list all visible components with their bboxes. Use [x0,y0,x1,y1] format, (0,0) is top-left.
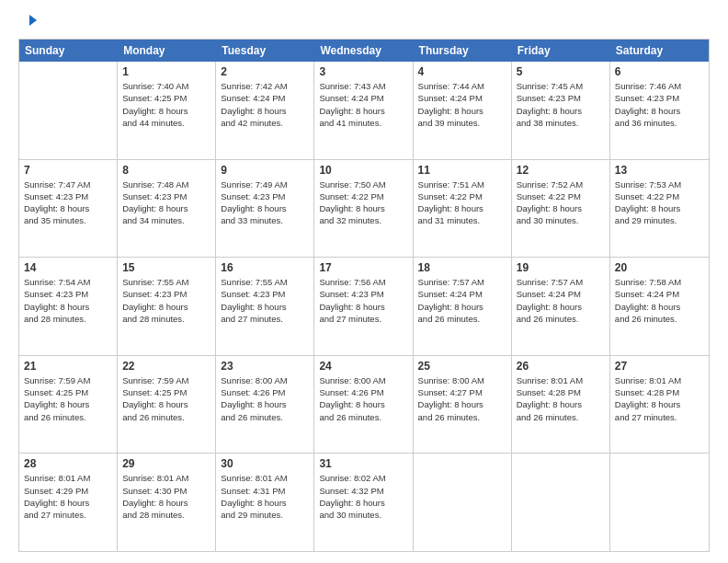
cell-sun-info: Sunrise: 8:01 AMSunset: 4:29 PMDaylight:… [24,472,112,521]
cell-day-number: 1 [122,65,210,78]
header-day-monday: Monday [118,40,216,62]
page-header [18,15,710,29]
calendar-cell: 1Sunrise: 7:40 AMSunset: 4:25 PMDaylight… [118,62,216,159]
calendar-cell: 18Sunrise: 7:57 AMSunset: 4:24 PMDayligh… [414,258,512,355]
calendar-cell: 22Sunrise: 7:59 AMSunset: 4:25 PMDayligh… [118,356,216,454]
calendar-cell: 16Sunrise: 7:55 AMSunset: 4:23 PMDayligh… [216,258,314,355]
cell-day-number: 4 [418,65,506,78]
header-day-wednesday: Wednesday [314,40,413,62]
cell-sun-info: Sunrise: 8:01 AMSunset: 4:30 PMDaylight:… [122,472,210,521]
calendar-cell [512,454,610,551]
calendar-cell [414,454,512,551]
cell-day-number: 8 [122,164,210,177]
cell-day-number: 28 [24,457,112,470]
calendar: SundayMondayTuesdayWednesdayThursdayFrid… [18,39,710,552]
calendar-cell: 10Sunrise: 7:50 AMSunset: 4:22 PMDayligh… [314,160,413,258]
cell-day-number: 3 [319,65,407,78]
calendar-week-4: 21Sunrise: 7:59 AMSunset: 4:25 PMDayligh… [19,356,709,454]
cell-day-number: 19 [517,261,605,274]
cell-day-number: 24 [319,360,407,373]
cell-day-number: 2 [221,65,309,78]
cell-sun-info: Sunrise: 7:45 AMSunset: 4:23 PMDaylight:… [517,80,605,129]
cell-day-number: 20 [615,261,704,274]
cell-sun-info: Sunrise: 7:53 AMSunset: 4:22 PMDaylight:… [615,178,704,227]
calendar-cell: 19Sunrise: 7:57 AMSunset: 4:24 PMDayligh… [512,258,610,355]
calendar-cell: 21Sunrise: 7:59 AMSunset: 4:25 PMDayligh… [19,356,118,454]
cell-sun-info: Sunrise: 7:56 AMSunset: 4:23 PMDaylight:… [319,276,407,325]
calendar-cell [19,62,118,159]
cell-sun-info: Sunrise: 7:54 AMSunset: 4:23 PMDaylight:… [24,276,112,325]
calendar-cell: 7Sunrise: 7:47 AMSunset: 4:23 PMDaylight… [19,160,118,258]
cell-day-number: 16 [221,261,309,274]
cell-day-number: 26 [517,360,605,373]
calendar-week-2: 7Sunrise: 7:47 AMSunset: 4:23 PMDaylight… [19,160,709,259]
calendar-cell: 14Sunrise: 7:54 AMSunset: 4:23 PMDayligh… [19,258,118,355]
cell-sun-info: Sunrise: 7:57 AMSunset: 4:24 PMDaylight:… [517,276,605,325]
cell-day-number: 12 [517,164,605,177]
cell-day-number: 25 [418,360,506,373]
calendar-page: SundayMondayTuesdayWednesdayThursdayFrid… [0,0,728,563]
cell-sun-info: Sunrise: 7:44 AMSunset: 4:24 PMDaylight:… [418,80,506,129]
cell-sun-info: Sunrise: 8:01 AMSunset: 4:28 PMDaylight:… [517,374,605,423]
cell-sun-info: Sunrise: 7:42 AMSunset: 4:24 PMDaylight:… [221,80,309,129]
calendar-cell: 2Sunrise: 7:42 AMSunset: 4:24 PMDaylight… [216,62,314,159]
calendar-cell: 12Sunrise: 7:52 AMSunset: 4:22 PMDayligh… [512,160,610,258]
calendar-cell: 23Sunrise: 8:00 AMSunset: 4:26 PMDayligh… [216,356,314,454]
cell-sun-info: Sunrise: 7:50 AMSunset: 4:22 PMDaylight:… [319,178,407,227]
calendar-cell: 17Sunrise: 7:56 AMSunset: 4:23 PMDayligh… [314,258,413,355]
cell-sun-info: Sunrise: 7:55 AMSunset: 4:23 PMDaylight:… [122,276,210,325]
cell-day-number: 23 [221,360,309,373]
cell-sun-info: Sunrise: 8:00 AMSunset: 4:27 PMDaylight:… [418,374,506,423]
cell-day-number: 31 [319,457,407,470]
cell-day-number: 5 [517,65,605,78]
cell-sun-info: Sunrise: 7:55 AMSunset: 4:23 PMDaylight:… [221,276,309,325]
cell-sun-info: Sunrise: 7:40 AMSunset: 4:25 PMDaylight:… [122,80,210,129]
cell-sun-info: Sunrise: 8:01 AMSunset: 4:31 PMDaylight:… [221,472,309,521]
cell-sun-info: Sunrise: 8:01 AMSunset: 4:28 PMDaylight:… [615,374,704,423]
cell-day-number: 29 [122,457,210,470]
calendar-header: SundayMondayTuesdayWednesdayThursdayFrid… [19,40,709,62]
cell-day-number: 13 [615,164,704,177]
logo-icon [20,13,37,29]
calendar-cell: 30Sunrise: 8:01 AMSunset: 4:31 PMDayligh… [216,454,314,551]
header-day-tuesday: Tuesday [216,40,314,62]
calendar-body: 1Sunrise: 7:40 AMSunset: 4:25 PMDaylight… [19,62,709,551]
calendar-cell: 27Sunrise: 8:01 AMSunset: 4:28 PMDayligh… [610,356,709,454]
header-day-sunday: Sunday [19,40,118,62]
cell-sun-info: Sunrise: 7:58 AMSunset: 4:24 PMDaylight:… [615,276,704,325]
cell-day-number: 18 [418,261,506,274]
calendar-cell: 25Sunrise: 8:00 AMSunset: 4:27 PMDayligh… [414,356,512,454]
cell-day-number: 21 [24,360,112,373]
cell-day-number: 6 [615,65,704,78]
cell-sun-info: Sunrise: 8:00 AMSunset: 4:26 PMDaylight:… [319,374,407,423]
cell-sun-info: Sunrise: 7:57 AMSunset: 4:24 PMDaylight:… [418,276,506,325]
calendar-cell: 8Sunrise: 7:48 AMSunset: 4:23 PMDaylight… [118,160,216,258]
cell-sun-info: Sunrise: 7:47 AMSunset: 4:23 PMDaylight:… [24,178,112,227]
calendar-cell: 20Sunrise: 7:58 AMSunset: 4:24 PMDayligh… [610,258,709,355]
header-day-friday: Friday [512,40,610,62]
calendar-week-1: 1Sunrise: 7:40 AMSunset: 4:25 PMDaylight… [19,62,709,160]
cell-day-number: 15 [122,261,210,274]
header-day-thursday: Thursday [414,40,512,62]
cell-day-number: 10 [319,164,407,177]
cell-sun-info: Sunrise: 7:48 AMSunset: 4:23 PMDaylight:… [122,178,210,227]
calendar-cell: 24Sunrise: 8:00 AMSunset: 4:26 PMDayligh… [314,356,413,454]
cell-sun-info: Sunrise: 8:00 AMSunset: 4:26 PMDaylight:… [221,374,309,423]
logo [18,15,37,29]
cell-sun-info: Sunrise: 8:02 AMSunset: 4:32 PMDaylight:… [319,472,407,521]
cell-sun-info: Sunrise: 7:52 AMSunset: 4:22 PMDaylight:… [517,178,605,227]
calendar-cell: 3Sunrise: 7:43 AMSunset: 4:24 PMDaylight… [314,62,413,159]
calendar-cell: 11Sunrise: 7:51 AMSunset: 4:22 PMDayligh… [414,160,512,258]
cell-sun-info: Sunrise: 7:43 AMSunset: 4:24 PMDaylight:… [319,80,407,129]
calendar-week-5: 28Sunrise: 8:01 AMSunset: 4:29 PMDayligh… [19,454,709,551]
calendar-cell: 15Sunrise: 7:55 AMSunset: 4:23 PMDayligh… [118,258,216,355]
calendar-cell: 4Sunrise: 7:44 AMSunset: 4:24 PMDaylight… [414,62,512,159]
cell-sun-info: Sunrise: 7:51 AMSunset: 4:22 PMDaylight:… [418,178,506,227]
cell-day-number: 7 [24,164,112,177]
calendar-week-3: 14Sunrise: 7:54 AMSunset: 4:23 PMDayligh… [19,258,709,356]
cell-day-number: 17 [319,261,407,274]
calendar-cell: 5Sunrise: 7:45 AMSunset: 4:23 PMDaylight… [512,62,610,159]
cell-sun-info: Sunrise: 7:49 AMSunset: 4:23 PMDaylight:… [221,178,309,227]
cell-day-number: 9 [221,164,309,177]
cell-day-number: 30 [221,457,309,470]
